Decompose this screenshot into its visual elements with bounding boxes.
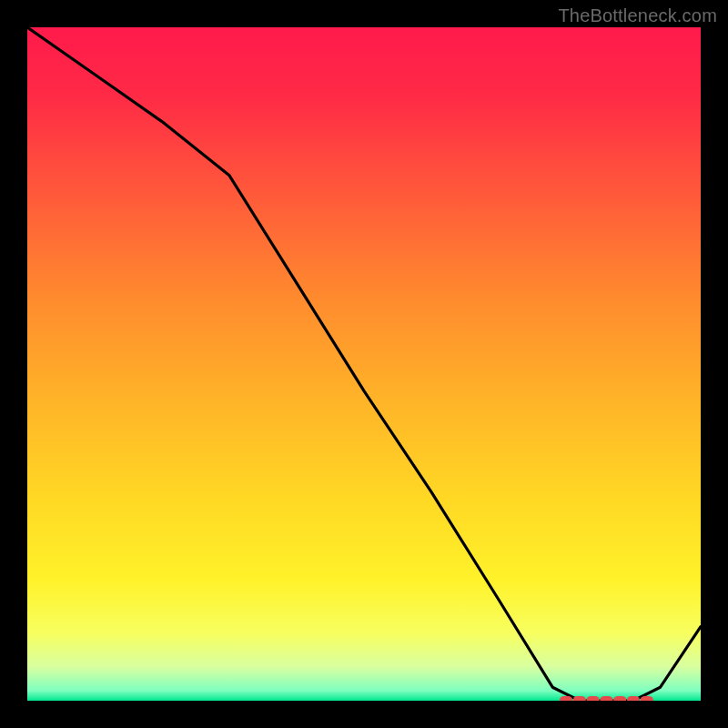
data-marker	[587, 696, 600, 701]
data-marker	[600, 696, 612, 701]
data-marker	[627, 696, 640, 701]
series-curve	[27, 27, 701, 701]
curve-layer	[27, 27, 701, 701]
data-marker	[573, 696, 586, 701]
plot-area	[27, 27, 701, 701]
data-marker	[613, 696, 626, 701]
data-marker	[560, 696, 572, 701]
chart-frame: TheBottleneck.com	[0, 0, 728, 728]
data-marker	[641, 696, 653, 701]
attribution-text: TheBottleneck.com	[558, 5, 717, 26]
